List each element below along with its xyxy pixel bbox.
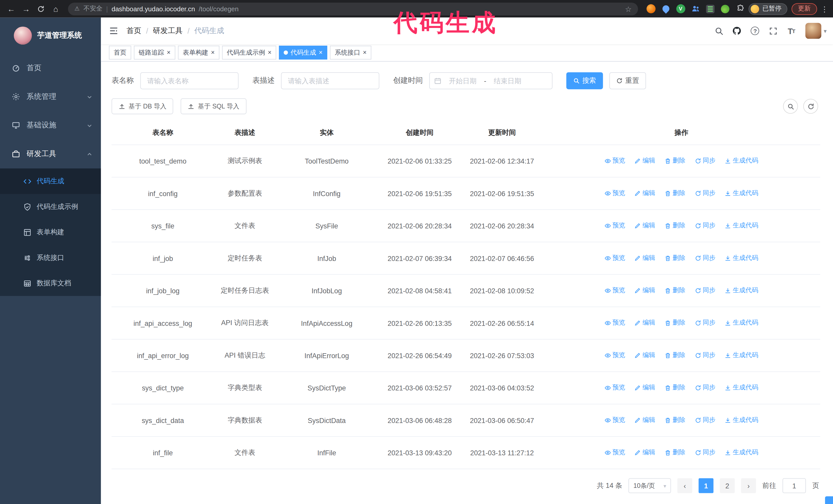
edit-link[interactable]: 编辑 — [635, 318, 656, 327]
delete-link[interactable]: 删除 — [665, 318, 685, 327]
user-avatar[interactable] — [806, 23, 822, 39]
generate-code-link[interactable]: 生成代码 — [725, 448, 758, 457]
sidebar-item-form-builder[interactable]: 表单构建 — [0, 219, 101, 245]
preview-link[interactable]: 预览 — [604, 415, 625, 425]
delete-link[interactable]: 删除 — [665, 351, 685, 360]
preview-link[interactable]: 预览 — [604, 189, 625, 198]
delete-link[interactable]: 删除 — [665, 221, 685, 230]
preview-link[interactable]: 预览 — [604, 221, 625, 230]
sync-link[interactable]: 同步 — [695, 157, 715, 165]
generate-code-link[interactable]: 生成代码 — [725, 286, 758, 295]
page-button-1[interactable]: 1 — [699, 478, 714, 493]
preview-link[interactable]: 预览 — [604, 351, 625, 360]
fullscreen-icon[interactable] — [764, 18, 782, 44]
edit-link[interactable]: 编辑 — [635, 383, 656, 392]
generate-code-link[interactable]: 生成代码 — [725, 383, 758, 392]
back-to-top-button[interactable] — [825, 496, 833, 504]
extension-people-icon[interactable] — [690, 3, 700, 14]
browser-update-button[interactable]: 更新 — [791, 3, 817, 15]
sync-link[interactable]: 同步 — [695, 448, 715, 457]
browser-forward-icon[interactable]: → — [19, 2, 33, 16]
close-icon[interactable]: × — [211, 49, 215, 56]
sidebar-item-codegen-example[interactable]: 代码生成示例 — [0, 194, 101, 219]
browser-back-icon[interactable]: ← — [4, 2, 18, 16]
sync-link[interactable]: 同步 — [695, 221, 715, 230]
next-page-button[interactable]: › — [741, 478, 756, 493]
github-icon[interactable] — [728, 18, 746, 44]
sidebar-item-codegen[interactable]: 代码生成 — [0, 168, 101, 194]
preview-link[interactable]: 预览 — [604, 318, 625, 327]
preview-link[interactable]: 预览 — [604, 383, 625, 392]
edit-link[interactable]: 编辑 — [635, 448, 656, 457]
app-logo[interactable]: 芋道管理系统 — [0, 18, 101, 54]
browser-home-icon[interactable]: ⌂ — [49, 2, 63, 16]
extension-leaf-icon[interactable] — [720, 3, 731, 14]
date-range-picker[interactable]: - — [429, 72, 553, 89]
sidebar-item-system-api[interactable]: 系统接口 — [0, 245, 101, 270]
font-size-icon[interactable]: TT — [782, 18, 800, 44]
prev-page-button[interactable]: ‹ — [677, 478, 692, 493]
delete-link[interactable]: 删除 — [665, 189, 685, 198]
sync-link[interactable]: 同步 — [695, 189, 715, 198]
breadcrumb-dev-tools[interactable]: 研发工具 — [153, 26, 183, 35]
generate-code-link[interactable]: 生成代码 — [725, 415, 758, 425]
edit-link[interactable]: 编辑 — [635, 415, 656, 425]
preview-link[interactable]: 预览 — [604, 286, 625, 295]
generate-code-link[interactable]: 生成代码 — [725, 189, 758, 198]
tab-system-api[interactable]: 系统接口× — [330, 46, 372, 59]
search-button[interactable]: 搜索 — [566, 72, 603, 89]
tab-home[interactable]: 首页 — [109, 46, 131, 59]
close-icon[interactable]: × — [363, 49, 367, 56]
sidebar-item-db-docs[interactable]: 数据库文档 — [0, 270, 101, 296]
generate-code-link[interactable]: 生成代码 — [725, 351, 758, 360]
edit-link[interactable]: 编辑 — [635, 351, 656, 360]
sidebar-item-infrastructure[interactable]: 基础设施 — [0, 111, 101, 140]
tab-codegen-example[interactable]: 代码生成示例× — [222, 46, 276, 59]
edit-link[interactable]: 编辑 — [635, 286, 656, 295]
edit-link[interactable]: 编辑 — [635, 254, 656, 263]
avatar-caret-icon[interactable]: ▾ — [824, 27, 827, 34]
close-icon[interactable]: × — [268, 49, 272, 56]
close-icon[interactable]: × — [167, 49, 171, 56]
sidebar-item-system[interactable]: 系统管理 — [0, 82, 101, 111]
tab-codegen[interactable]: 代码生成× — [279, 46, 327, 59]
browser-menu-icon[interactable]: ⋮ — [820, 5, 829, 13]
edit-link[interactable]: 编辑 — [635, 221, 656, 230]
tab-form-builder[interactable]: 表单构建× — [178, 46, 219, 59]
delete-link[interactable]: 删除 — [665, 254, 685, 263]
import-sql-button[interactable]: 基于 SQL 导入 — [181, 98, 246, 114]
edit-link[interactable]: 编辑 — [635, 157, 656, 165]
preview-link[interactable]: 预览 — [604, 254, 625, 263]
extensions-puzzle-icon[interactable] — [735, 3, 745, 14]
sync-link[interactable]: 同步 — [695, 286, 715, 295]
sync-link[interactable]: 同步 — [695, 318, 715, 327]
extension-fox-icon[interactable] — [645, 3, 656, 14]
delete-link[interactable]: 删除 — [665, 415, 685, 425]
edit-link[interactable]: 编辑 — [635, 189, 656, 198]
extension-proxy-switch-icon[interactable] — [705, 3, 715, 14]
reset-button[interactable]: 重置 — [609, 72, 646, 89]
close-icon[interactable]: × — [319, 49, 323, 56]
breadcrumb-home[interactable]: 首页 — [126, 26, 141, 35]
goto-page-input[interactable] — [783, 478, 806, 493]
tab-trace[interactable]: 链路追踪× — [134, 46, 175, 59]
delete-link[interactable]: 删除 — [665, 448, 685, 457]
delete-link[interactable]: 删除 — [665, 383, 685, 392]
profile-paused-badge[interactable]: 已暂停 — [748, 3, 787, 15]
sync-link[interactable]: 同步 — [695, 254, 715, 263]
address-bar[interactable]: ⚠ 不安全 | dashboard.yudao.iocoder.cn /tool… — [68, 2, 638, 15]
help-icon[interactable]: ? — [746, 18, 764, 44]
extension-drop-icon[interactable] — [660, 3, 671, 14]
delete-link[interactable]: 删除 — [665, 286, 685, 295]
sidebar-item-dev-tools[interactable]: 研发工具 — [0, 140, 101, 168]
generate-code-link[interactable]: 生成代码 — [725, 318, 758, 327]
generate-code-link[interactable]: 生成代码 — [725, 221, 758, 230]
extension-v-badge-icon[interactable]: V — [675, 3, 686, 14]
date-end-input[interactable] — [489, 77, 527, 85]
toggle-search-button[interactable] — [783, 99, 798, 114]
sync-link[interactable]: 同步 — [695, 351, 715, 360]
table-name-input[interactable] — [140, 72, 238, 89]
sidebar-item-home[interactable]: 首页 — [0, 54, 101, 82]
generate-code-link[interactable]: 生成代码 — [725, 254, 758, 263]
sidebar-toggle-icon[interactable] — [101, 18, 126, 44]
